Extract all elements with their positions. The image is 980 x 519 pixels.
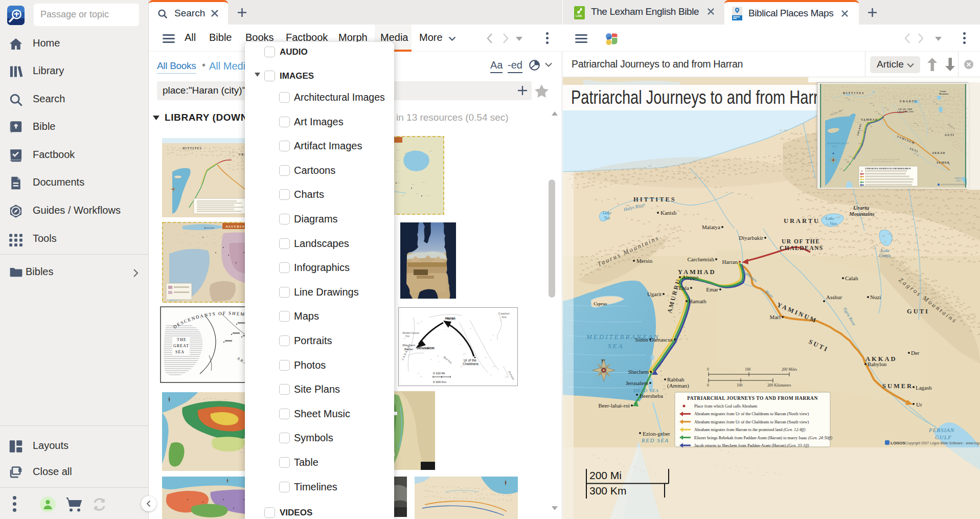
svg-text:Chaldeans: Chaldeans xyxy=(463,362,479,366)
svg-text:SEA: SEA xyxy=(608,342,624,350)
svg-text:URARTU: URARTU xyxy=(900,100,918,103)
svg-text:Black Sea: Black Sea xyxy=(204,227,214,229)
svg-text:GULF: GULF xyxy=(935,434,952,440)
svg-text:CHALDEANS: CHALDEANS xyxy=(897,110,914,113)
svg-text:Ugarit: Ugarit xyxy=(647,291,662,297)
svg-text:Urmia: Urmia xyxy=(879,253,891,258)
svg-text:Abraham migrates from Ur of th: Abraham migrates from Ur of the Chaldean… xyxy=(694,412,809,416)
svg-text:Caspian: Caspian xyxy=(498,311,510,315)
svg-text:Mari: Mari xyxy=(770,314,781,320)
svg-text:Abraham migrates from Harran t: Abraham migrates from Harran to the prom… xyxy=(694,427,806,432)
svg-text:Der: Der xyxy=(911,350,920,356)
svg-text:0 100 Mi.: 0 100 Mi. xyxy=(433,372,446,375)
svg-text:SUMER: SUMER xyxy=(882,382,913,390)
svg-text:HITTITES: HITTITES xyxy=(183,147,202,150)
svg-text:AKKAD: AKKAD xyxy=(932,151,945,154)
svg-text:Nuzi: Nuzi xyxy=(870,294,881,300)
svg-text:DEAD SEA: DEAD SEA xyxy=(633,388,659,393)
svg-text:Lake: Lake xyxy=(825,216,835,221)
svg-text:HITTITES: HITTITES xyxy=(633,196,676,203)
svg-text:Harran: Harran xyxy=(722,259,738,265)
svg-text:Lake: Lake xyxy=(602,210,612,215)
svg-text:Haran: Haran xyxy=(445,317,455,320)
svg-text:Jerusalem: Jerusalem xyxy=(417,346,435,350)
svg-text:Beer-lahai-roi: Beer-lahai-roi xyxy=(599,402,630,409)
svg-text:0 100 Km.: 0 100 Km. xyxy=(433,380,447,383)
svg-text:Urartu: Urartu xyxy=(853,205,869,211)
svg-text:GULF: GULF xyxy=(956,179,962,182)
svg-text:Patriarchal Journeys to and fr: Patriarchal Journeys to and from Harran xyxy=(571,87,835,108)
svg-text:Sea: Sea xyxy=(405,334,409,337)
svg-text:Abraham migrates from Ur of th: Abraham migrates from Ur of the Chaldean… xyxy=(694,420,809,424)
svg-text:Rabbah: Rabbah xyxy=(667,376,685,382)
svg-text:Sea: Sea xyxy=(502,315,506,319)
svg-text:0: 0 xyxy=(707,367,709,372)
svg-text:Ur: Ur xyxy=(916,401,922,408)
svg-text:200 Miles: 200 Miles xyxy=(782,367,797,372)
svg-text:Van: Van xyxy=(830,221,837,226)
svg-text:Jerusalem: Jerusalem xyxy=(626,380,648,386)
svg-text:Asshur: Asshur xyxy=(826,294,842,300)
svg-text:Kanish: Kanish xyxy=(660,210,677,216)
svg-text:Babylon: Babylon xyxy=(868,361,887,367)
svg-text:UR OF THE: UR OF THE xyxy=(782,238,820,244)
svg-text:Ebla: Ebla xyxy=(679,285,689,291)
svg-text:SEA: SEA xyxy=(832,145,837,148)
svg-text:Tuz: Tuz xyxy=(604,215,610,220)
svg-text:PATRIARCHAL JOURNEYS TO AND FR: PATRIARCHAL JOURNEYS TO AND FROM HARRAN xyxy=(687,396,818,401)
svg-text:0: 0 xyxy=(707,383,709,388)
svg-text:200 Kilometers: 200 Kilometers xyxy=(767,383,791,388)
svg-text:THE: THE xyxy=(177,337,187,342)
svg-text:Ezion-geber: Ezion-geber xyxy=(643,431,670,437)
svg-text:Mountains: Mountains xyxy=(939,93,948,95)
svg-text:SEA: SEA xyxy=(175,350,185,354)
svg-text:Aleppo: Aleppo xyxy=(682,274,699,280)
svg-text:Emar: Emar xyxy=(706,286,718,292)
svg-text:Beersheba: Beersheba xyxy=(640,393,663,399)
svg-text:URARTU: URARTU xyxy=(784,217,820,224)
svg-text:GUTI: GUTI xyxy=(907,308,929,315)
svg-text:Malatya: Malatya xyxy=(702,224,720,230)
svg-text:Hamath: Hamath xyxy=(689,298,706,304)
svg-text:Ur of the: Ur of the xyxy=(464,358,476,362)
svg-text:Cyprus: Cyprus xyxy=(594,301,607,306)
svg-text:YAMHAD: YAMHAD xyxy=(861,118,878,121)
svg-text:RED SEA: RED SEA xyxy=(641,437,669,443)
svg-text:200 Mi: 200 Mi xyxy=(589,469,622,481)
svg-text:Mersin: Mersin xyxy=(636,258,653,264)
svg-text:MEDITERRANEAN: MEDITERRANEAN xyxy=(586,333,660,341)
svg-text:HITTITES: HITTITES xyxy=(843,92,864,95)
svg-text:LOGOS: LOGOS xyxy=(891,441,906,445)
svg-text:300 Km: 300 Km xyxy=(589,485,626,497)
svg-text:Diyarbakir: Diyarbakir xyxy=(739,235,763,241)
svg-text:Mountains: Mountains xyxy=(849,211,875,217)
svg-text:CHALDEANS: CHALDEANS xyxy=(780,245,824,251)
svg-text:100: 100 xyxy=(745,367,751,372)
svg-text:Shechem: Shechem xyxy=(628,369,649,375)
svg-text:Carchemish: Carchemish xyxy=(687,256,714,262)
svg-text:Copyright 2007 Logos Bible Sof: Copyright 2007 Logos Bible Software - ww… xyxy=(905,441,980,445)
svg-text:GREAT: GREAT xyxy=(173,344,189,348)
svg-text:Lake: Lake xyxy=(880,248,890,253)
svg-text:GUTI: GUTI xyxy=(945,133,954,137)
svg-text:Jacob returns to Shechem from: Jacob returns to Shechem from Paddan-Ara… xyxy=(694,443,809,448)
svg-text:PERSIAN: PERSIAN xyxy=(928,427,954,433)
svg-text:(Amman): (Amman) xyxy=(667,382,689,389)
svg-text:Eliezer brings Rebekah from Pa: Eliezer brings Rebekah from Paddan-Aram … xyxy=(694,436,832,440)
svg-text:Mediterranean: Mediterranean xyxy=(402,331,419,334)
svg-text:Lagash: Lagash xyxy=(916,385,932,391)
svg-text:MEDITERRANEAN: MEDITERRANEAN xyxy=(827,142,849,145)
svg-text:100: 100 xyxy=(737,383,743,388)
svg-text:Calah: Calah xyxy=(845,275,858,281)
svg-text:PATRIARCHAL JOURNEYS TO AND FR: PATRIARCHAL JOURNEYS TO AND FROM HARRAN xyxy=(865,168,911,170)
svg-text:Place from which God calls Abr: Place from which God calls Abraham xyxy=(694,404,758,409)
